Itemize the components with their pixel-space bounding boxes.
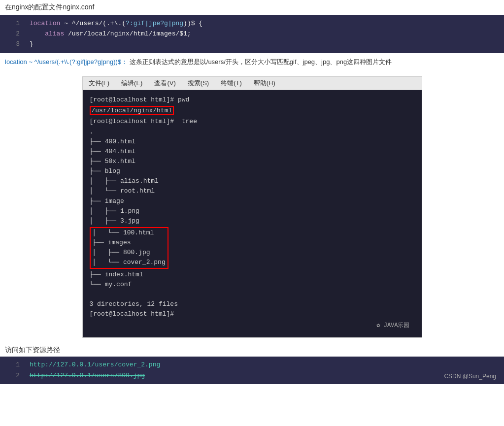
bottom-url-2: http://127.0.0.1/users/800.jpg — [30, 370, 145, 381]
visit-section-label: 访问如下资源路径 — [0, 343, 504, 357]
terminal-tree-root: │ └── root.html — [90, 186, 415, 196]
terminal-body: [root@localhost html]# pwd /usr/local/ng… — [83, 90, 422, 337]
code-line-3: 3 } — [0, 39, 504, 50]
terminal-tree-cover2png: │ └── cover_2.png — [93, 258, 166, 267]
menu-edit[interactable]: 编辑(E) — [121, 79, 142, 88]
terminal-line-pwd-cmd: [root@localhost html]# pwd — [90, 95, 415, 105]
visit-label: 访问如下资源路径 — [5, 346, 60, 354]
terminal-tree-800jpg: │ ├── 800.jpg — [93, 248, 166, 258]
line-num-3: 3 — [5, 39, 20, 50]
terminal-tree-100html: │ └── 100.html — [93, 228, 166, 238]
line-content-1: location ~ ^/users/(.+\.(?:gif|jpe?g|png… — [30, 19, 202, 29]
terminal-tree-50x: ├── 50x.html — [90, 157, 415, 166]
terminal-tree-blog: ├── blog — [90, 166, 415, 176]
bottom-url-1: http://127.0.0.1/users/cover_2.png — [30, 360, 160, 370]
explanation-text: location ~ ^/users/(.+\\.(?:gif|jpe?g|pn… — [0, 53, 504, 71]
line-content-2: alias /usr/local/nginx/html/images/$1; — [30, 29, 191, 39]
menu-terminal[interactable]: 终端(T) — [221, 79, 242, 88]
bottom-line-num-1: 1 — [5, 360, 20, 370]
terminal-tree-404: ├── 404.html — [90, 147, 415, 157]
code-line-1: 1 location ~ ^/users/(.+\.(?:gif|jpe?g|p… — [0, 19, 504, 29]
terminal-line-tree-cmd: [root@localhost html]# tree — [90, 117, 415, 127]
nginx-code-block: 1 location ~ ^/users/(.+\.(?:gif|jpe?g|p… — [0, 15, 504, 53]
terminal-menubar: 文件(F) 编辑(E) 查看(V) 搜索(S) 终端(T) 帮助(H) — [83, 77, 422, 90]
terminal-tree-1png: │ ├── 1.png — [90, 206, 415, 216]
terminal-tree-images-dir: ├── images — [93, 238, 166, 248]
line-num-1: 1 — [5, 19, 20, 29]
terminal-final-prompt: [root@localhost html]# — [90, 309, 415, 319]
terminal-tree-alias: │ ├── alias.html — [90, 176, 415, 186]
page-title: 在nginx的配置文件nginx.conf — [5, 3, 94, 11]
terminal-line-pwd-output: /usr/local/nginx/html — [90, 106, 415, 116]
terminal-line-dot: . — [90, 127, 415, 137]
terminal-tree-image: ├── image — [90, 197, 415, 206]
terminal-tree-index: ├── index.html — [90, 270, 415, 280]
images-red-box: │ └── 100.html ├── images │ ├── 800.jpg … — [90, 227, 168, 269]
line-num-2: 2 — [5, 29, 20, 39]
terminal-summary: 3 directories, 12 files — [90, 299, 415, 309]
explanation-prefix: location ~ ^/users/(.+\\.(?:gif|jpe?g|pn… — [5, 58, 128, 66]
menu-file[interactable]: 文件(F) — [89, 79, 110, 88]
pwd-output-boxed: /usr/local/nginx/html — [90, 106, 174, 115]
menu-view[interactable]: 查看(V) — [154, 79, 175, 88]
bottom-watermark: CSDN @Sun_Peng — [444, 371, 496, 381]
terminal-tree-400: ├── 400.html — [90, 137, 415, 147]
bottom-line-num-2: 2 — [5, 370, 20, 381]
menu-help[interactable]: 帮助(H) — [254, 79, 275, 88]
line-content-3: } — [30, 39, 34, 50]
bottom-code-block: 1 http://127.0.0.1/users/cover_2.png 2 h… — [0, 357, 504, 384]
bottom-code-line-2: 2 http://127.0.0.1/users/800.jpg — [0, 370, 504, 381]
terminal-tree-3jpg: │ ├── 3.jpg — [90, 216, 415, 226]
explanation-body: 这条正则表达式的意思是以/users/开头，区分大小写匹配gif、jpeg、jp… — [130, 58, 392, 66]
bottom-code-line-1: 1 http://127.0.0.1/users/cover_2.png — [0, 360, 504, 370]
page-header: 在nginx的配置文件nginx.conf — [0, 0, 504, 15]
menu-search[interactable]: 搜索(S) — [188, 79, 209, 88]
terminal-blank — [90, 290, 415, 299]
terminal-tree-myconf: └── my.conf — [90, 280, 415, 290]
code-line-2: 2 alias /usr/local/nginx/html/images/$1; — [0, 29, 504, 39]
terminal-watermark: ✿ JAVA乐园 — [90, 319, 415, 332]
terminal-window: 文件(F) 编辑(E) 查看(V) 搜索(S) 终端(T) 帮助(H) [roo… — [82, 76, 422, 338]
